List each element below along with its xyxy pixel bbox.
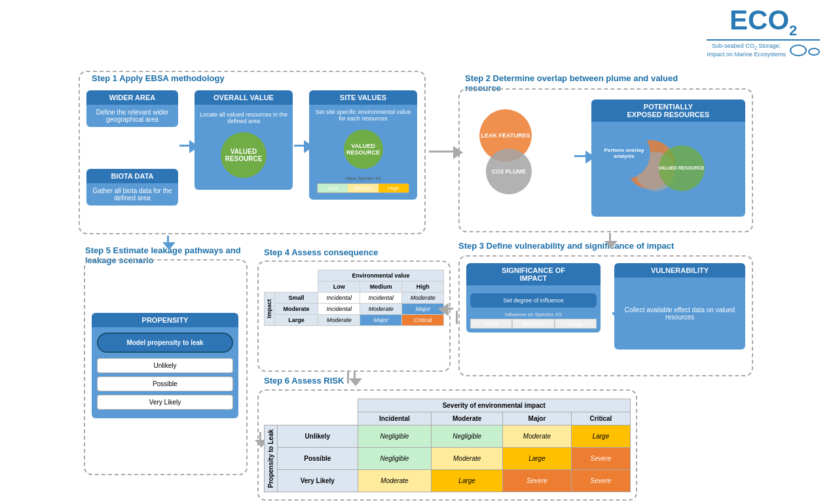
cell-small-low: Incidental <box>318 293 360 304</box>
cell-large-low: Moderate <box>318 315 360 326</box>
site-valued-resource-circle: VALUEDRESOURCE <box>344 130 383 169</box>
sig-inner-box: Set degree of influence <box>470 293 597 308</box>
wider-area-box: WIDER AREA Define the relevant wider geo… <box>86 90 178 127</box>
influence-scale: Small Moderate Large <box>470 319 597 329</box>
influence-scale-area: Influence on Species XX Small Moderate L… <box>470 312 597 329</box>
s4-down <box>347 372 349 384</box>
site-values-title: SITE VALUES <box>309 90 417 105</box>
scale-high: High <box>379 184 409 192</box>
col-medium: Medium <box>360 281 402 293</box>
logo-text: ECO2 <box>707 7 820 38</box>
potentially-exposed-title: POTENTIALLY EXPOSED RESOURCES <box>591 99 745 122</box>
overlay-perform-text: Perform overlay analysis <box>598 147 650 159</box>
logo-area: ECO2 Sub-seabed CO2 Storage:Impact on Ma… <box>707 7 820 58</box>
step3-label: Step 3 Define vulnerability and signific… <box>458 241 701 251</box>
venn-co2-circle: CO2 PLUME <box>486 149 532 194</box>
value-scale-area: Value Species XX Low Medium High <box>313 176 413 196</box>
logo-subtitle-text: Sub-seabed CO2 Storage:Impact on Marine … <box>707 43 786 58</box>
step3-container: SIGNIFICANCE OF IMPACT Set degree of inf… <box>458 255 753 376</box>
site-values-text: Set site specific environmental value fo… <box>313 109 413 122</box>
cell-possible-major: Large <box>503 448 572 470</box>
row-large: Large <box>275 315 318 326</box>
cell-mod-high: Major <box>402 304 444 315</box>
biota-box: BIOTA DATA Gather all biota data for the… <box>86 169 178 206</box>
potentially-exposed-box: POTENTIALLY EXPOSED RESOURCES VALUED RES… <box>591 99 745 217</box>
logo-subtitle-area: Sub-seabed CO2 Storage:Impact on Marine … <box>707 39 820 58</box>
co2-plume-text: CO2 PLUME <box>492 168 527 175</box>
step5-container: PROPENSITY Model propensity to leak Unli… <box>84 259 248 475</box>
row-moderate: Moderate <box>275 304 318 315</box>
potentially-exposed-body: VALUED RESOURCE Perform overlay analysis <box>591 122 745 217</box>
significance-area: SIGNIFICANCE OF IMPACT Set degree of inf… <box>466 263 601 333</box>
value-scale: Low Medium High <box>317 183 409 193</box>
vulnerability-title: VULNERABILITY <box>614 263 745 278</box>
cell-very-likely-major: Severe <box>503 470 572 492</box>
site-valued-resource-text: VALUEDRESOURCE <box>346 143 380 156</box>
vulnerability-body: Collect available effect data on valued … <box>614 278 745 350</box>
col-high: High <box>402 281 444 293</box>
cell-very-likely-moderate: Large <box>432 470 503 492</box>
site-values-box: SITE VALUES Set site specific environmen… <box>309 90 417 211</box>
overall-value-text: Locate all valued resources in the defin… <box>198 111 289 124</box>
table-row: Large Moderate Major Critical <box>265 315 444 326</box>
cell-unlikely-incidental: Negligible <box>358 425 432 448</box>
cell-mod-medium: Moderate <box>360 304 402 315</box>
scale-moderate: Moderate <box>512 319 554 329</box>
risk-row-possible: Possible Negligible Moderate Large Sever… <box>265 448 631 470</box>
influence-label: Influence on Species XX <box>470 312 597 317</box>
overall-valued-resource-circle: VALUEDRESOURCE <box>221 132 267 178</box>
significance-title: SIGNIFICANCE OF IMPACT <box>466 263 601 285</box>
biota-title: BIOTA DATA <box>86 169 178 183</box>
cell-unlikely-critical: Large <box>571 425 630 448</box>
overlay-perform-container: Perform overlay analysis <box>598 127 650 179</box>
row-unlikely: Unlikely <box>278 425 358 448</box>
row-possible: Possible <box>278 448 358 470</box>
cell-large-high: Critical <box>402 315 444 326</box>
biota-body: Gather all biota data for the defined ar… <box>86 183 178 206</box>
col-low: Low <box>318 281 360 293</box>
row-small: Small <box>275 293 318 304</box>
cell-small-medium: Incidental <box>360 293 402 304</box>
consequence-table: Environmental value Low Medium High Impa… <box>264 270 444 326</box>
propensity-to-leak-label: Propensity to Leak <box>266 428 276 489</box>
row-very-likely: Very Likely <box>278 470 358 492</box>
propensity-area: PROPENSITY Model propensity to leak Unli… <box>92 313 238 418</box>
risk-row-very-likely: Very Likely Moderate Large Severe Severe <box>265 470 631 492</box>
model-propensity-btn[interactable]: Model propensity to leak <box>97 333 233 353</box>
scale-label: Value Species XX <box>313 176 413 181</box>
propensity-label-cell: Propensity to Leak <box>265 425 278 492</box>
step4-label: Step 4 Assess consequence <box>264 247 378 257</box>
cell-possible-incidental: Negligible <box>358 448 432 470</box>
table-row: Impact Small Incidental Incidental Moder… <box>265 293 444 304</box>
overall-valued-resource-text: VALUEDRESOURCE <box>225 148 263 162</box>
env-value-header: Environmental value <box>318 270 444 281</box>
cell-possible-moderate: Moderate <box>432 448 503 470</box>
venn-area: LEAK FEATURES CO2 PLUME <box>466 103 571 207</box>
site-values-body: Set site specific environmental value fo… <box>309 105 417 200</box>
s4-s6-head <box>349 378 362 386</box>
col-incidental: Incidental <box>358 412 432 425</box>
logo-icon <box>790 45 807 56</box>
option-possible[interactable]: Possible <box>97 376 233 391</box>
wider-area-title: WIDER AREA <box>86 90 178 105</box>
significance-body: Set degree of influence Influence on Spe… <box>466 285 601 333</box>
consequence-table-wrapper: Environmental value Low Medium High Impa… <box>264 267 444 326</box>
leak-features-text: LEAK FEATURES <box>481 132 530 139</box>
scale-large: Large <box>555 319 597 329</box>
option-unlikely[interactable]: Unlikely <box>97 358 233 373</box>
cell-very-likely-critical: Severe <box>571 470 630 492</box>
propensity-body: Model propensity to leak Unlikely Possib… <box>92 327 238 418</box>
scale-low: Low <box>318 184 348 192</box>
overall-value-box: OVERALL VALUE Locate all valued resource… <box>194 90 293 202</box>
overall-value-title: OVERALL VALUE <box>194 90 293 105</box>
s1-s2-line <box>429 151 455 153</box>
risk-table: Severity of environmental impact Inciden… <box>264 399 631 492</box>
vulnerability-box: VULNERABILITY Collect available effect d… <box>614 263 745 350</box>
risk-row-unlikely: Propensity to Leak Unlikely Negligible N… <box>265 425 631 448</box>
step6-label: Step 6 Assess RISK <box>264 376 344 386</box>
severity-header: Severity of environmental impact <box>358 399 630 412</box>
impact-label: Impact <box>266 299 272 318</box>
option-very-likely[interactable]: Very Likely <box>97 395 233 410</box>
s4-left-head <box>439 303 449 316</box>
col-critical: Critical <box>571 412 630 425</box>
